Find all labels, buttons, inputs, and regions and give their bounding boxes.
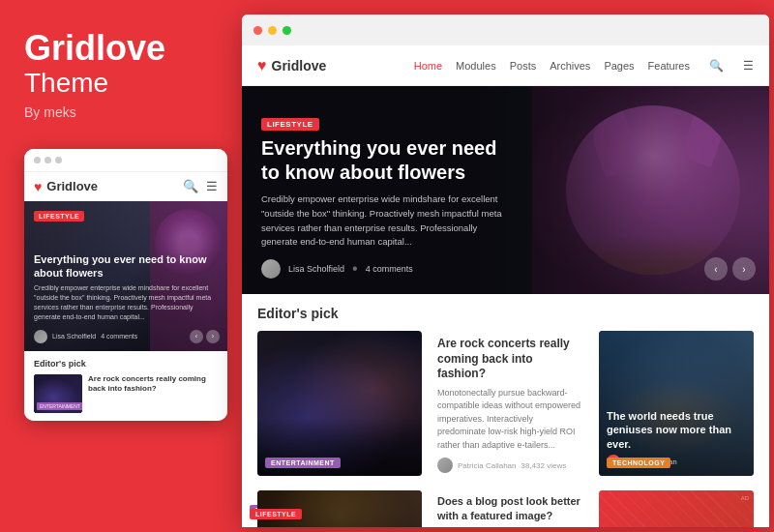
- genius-card-tag: TECHNOLOGY: [607, 458, 670, 468]
- mobile-hero-content: Everything you ever need to know about f…: [34, 252, 218, 322]
- browser-panel: ♥ Gridlove Home Modules Posts Archives P…: [242, 15, 769, 527]
- browser-chrome: [242, 15, 769, 45]
- mobile-editors-title: Editor's pick: [34, 359, 218, 369]
- concert-card-tag: ENTERTAINMENT: [265, 458, 341, 468]
- hero-prev-arrow[interactable]: ‹: [704, 257, 728, 281]
- bottom-grid: TECHNOLOGY TRAVEL Does a blog post look …: [242, 490, 769, 527]
- site-logo-heart-icon: ♥: [257, 57, 267, 74]
- mobile-menu-icon[interactable]: ☰: [206, 179, 218, 193]
- mobile-prev-arrow[interactable]: ‹: [190, 330, 203, 343]
- hero-avatar: [261, 259, 281, 279]
- mobile-card-tag: ENTERTAINMENT: [37, 402, 82, 410]
- mobile-card-title: Are rock concerts really coming back int…: [88, 374, 218, 395]
- hero-meta: Lisa Scholfield • 4 comments: [261, 259, 513, 279]
- bottom-mid-title: Does a blog post look better with a feat…: [437, 494, 583, 522]
- editors-grid: ENTERTAINMENT ENTERTAINMENT Are rock con…: [257, 331, 754, 479]
- brand-subtitle: Theme: [24, 68, 108, 99]
- site-logo-text: Gridlove: [272, 58, 327, 74]
- mobile-card-content: Are rock concerts really coming back int…: [88, 374, 218, 395]
- browser-maximize-dot[interactable]: [283, 26, 291, 35]
- nav-pages[interactable]: Pages: [604, 60, 634, 72]
- nav-archives[interactable]: Archives: [550, 60, 590, 72]
- hero-arrows: ‹ ›: [704, 257, 756, 281]
- mobile-hero-excerpt: Credibly empower enterprise wide mindsha…: [34, 283, 218, 321]
- mobile-card: ▶ ENTERTAINMENT Are rock concerts really…: [34, 374, 218, 413]
- nav-modules[interactable]: Modules: [456, 60, 496, 72]
- genius-card[interactable]: TECHNOLOGY The world needs true geniuses…: [599, 331, 754, 476]
- article-card-title: Are rock concerts really coming back int…: [437, 337, 583, 382]
- hero-excerpt: Credibly empower enterprise wide mindsha…: [261, 192, 513, 250]
- mobile-hero-comments: 4 comments: [101, 333, 137, 340]
- mobile-dot-1: [34, 157, 41, 163]
- hero-meta-separator: •: [352, 260, 358, 278]
- main-article-card[interactable]: ENTERTAINMENT Are rock concerts really c…: [432, 331, 589, 479]
- bottom-mid-tag: LIFESTYLE: [250, 509, 302, 519]
- mobile-dot-3: [55, 157, 62, 163]
- nav-features[interactable]: Features: [648, 60, 690, 72]
- nav-search-icon[interactable]: 🔍: [709, 59, 724, 73]
- mobile-editors-section: Editor's pick ▶ ENTERTAINMENT Are rock c…: [24, 351, 227, 421]
- genius-card-overlay: TECHNOLOGY The world needs true geniuses…: [599, 331, 754, 476]
- bottom-mid-card[interactable]: LIFESTYLE Does a blog post look better w…: [432, 490, 589, 527]
- editors-section: Editor's pick ENTERTAINMENT ENTERTAINMEN…: [242, 294, 769, 490]
- mobile-top-bar: [24, 149, 227, 171]
- mobile-dot-2: [45, 157, 51, 163]
- hero-title: Everything you ever need to know about f…: [261, 136, 513, 185]
- article-card-excerpt: Monotonectally pursue backward-compatibl…: [437, 387, 583, 453]
- concert-card[interactable]: ENTERTAINMENT: [257, 331, 422, 476]
- mobile-mockup: ♥ Gridlove 🔍 ☰ LIFESTYLE Everything you …: [24, 149, 227, 421]
- mobile-logo-text: Gridlove: [46, 179, 98, 193]
- bottom-right-ad[interactable]: AD MONETIZE YOUR WEBSITE: [599, 490, 754, 527]
- hero-comments: 4 comments: [366, 264, 413, 274]
- hero-content: LIFESTYLE Everything you ever need to kn…: [242, 86, 532, 294]
- mobile-nav: ♥ Gridlove 🔍 ☰: [24, 171, 227, 201]
- browser-close-dot[interactable]: [253, 26, 262, 35]
- nav-menu-icon[interactable]: ☰: [743, 59, 754, 73]
- article-card-author: Patricia Callahan: [458, 461, 516, 470]
- editors-title: Editor's pick: [257, 306, 754, 321]
- hero-next-arrow[interactable]: ›: [732, 257, 756, 281]
- hero-author: Lisa Scholfield: [288, 264, 344, 274]
- mobile-logo: ♥ Gridlove: [34, 179, 98, 194]
- nav-home[interactable]: Home: [414, 60, 442, 72]
- mobile-hero-title: Everything you ever need to know about f…: [34, 252, 218, 281]
- hero-tag: LIFESTYLE: [261, 118, 319, 131]
- site-logo: ♥ Gridlove: [257, 57, 326, 74]
- mobile-hero: LIFESTYLE Everything you ever need to kn…: [24, 201, 227, 351]
- brand-by: By meks: [24, 104, 76, 120]
- mobile-hero-tag: LIFESTYLE: [34, 211, 84, 222]
- mobile-hero-arrows: ‹ ›: [190, 330, 220, 343]
- article-card-avatar: [437, 458, 453, 473]
- article-card-meta: Patricia Callahan 38,432 views: [437, 458, 583, 473]
- nav-posts[interactable]: Posts: [510, 60, 537, 72]
- genius-card-title: The world needs true geniuses now more t…: [607, 409, 746, 451]
- mobile-next-arrow[interactable]: ›: [206, 330, 220, 343]
- mobile-nav-icons: 🔍 ☰: [183, 179, 218, 193]
- mobile-hero-avatar: [34, 330, 47, 343]
- article-card-views: 38,432 views: [521, 461, 566, 470]
- browser-minimize-dot[interactable]: [268, 26, 277, 35]
- ad-label: AD: [741, 495, 749, 501]
- mobile-search-icon[interactable]: 🔍: [183, 179, 198, 193]
- mobile-dots: [34, 157, 62, 163]
- mobile-hero-author: Lisa Scholfield: [52, 333, 96, 340]
- brand-name: Gridlove: [24, 29, 165, 68]
- mobile-card-image: ▶ ENTERTAINMENT: [34, 374, 82, 413]
- hero-section: LIFESTYLE Everything you ever need to kn…: [242, 86, 769, 294]
- left-panel: Gridlove Theme By meks ♥ Gridlove 🔍 ☰: [0, 0, 232, 532]
- nav-items: Home Modules Posts Archives Pages Featur…: [414, 59, 754, 73]
- mobile-logo-heart-icon: ♥: [34, 179, 42, 194]
- site-nav: ♥ Gridlove Home Modules Posts Archives P…: [242, 45, 769, 86]
